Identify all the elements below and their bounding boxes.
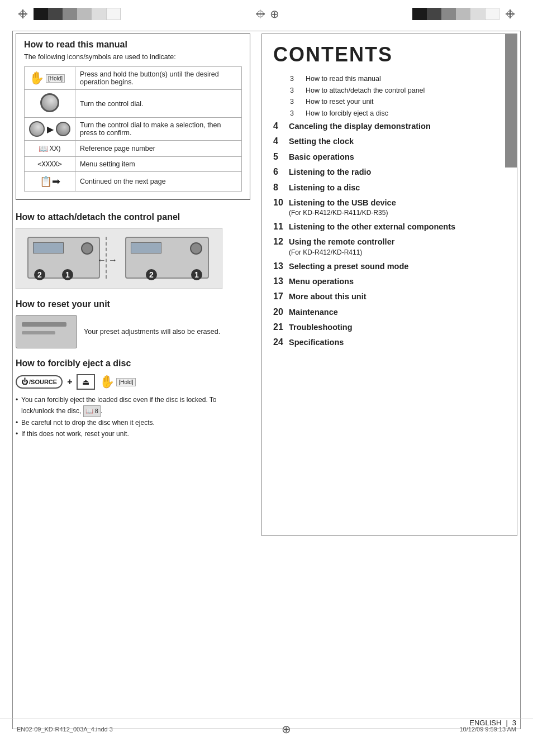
page-number: 6 [273,166,289,178]
item-text: More about this unit [289,291,506,302]
stereo-screen-right [131,242,161,253]
list-item: 20 Maintenance [273,306,506,318]
reset-slot-2 [22,331,55,334]
color-bars-left [34,8,121,20]
reset-slot-1 [22,322,66,327]
page-number: 4 [273,135,289,147]
item-text: How to read this manual [306,74,506,84]
stereo-unit-left: 2 1 [27,237,100,279]
bottom-bar: EN02-09_KD-R412_003A_4.indd 3 ⊕ 10/12/09… [0,719,533,739]
arrow-right-icon: → [108,255,117,265]
list-item: 3 How to forcibly eject a disc [290,109,506,119]
dial-icon-cell [25,90,75,118]
dial-description: Turn the control dial. [75,90,242,118]
inline-ref-icon: 📖 8 [83,405,101,417]
badge-1-left: 1 [62,269,73,280]
menu-angle-brackets: <XXXX> [37,160,61,168]
list-item: 10 Listening to the USB device (For KD-R… [273,197,506,218]
hold-icon-cell: ✋ [Hold] [25,67,75,90]
manual-table: ✋ [Hold] Press and hold the button(s) un… [24,66,242,192]
page-number: 3 [290,109,306,119]
item-text: Listening to the other external componen… [289,221,506,232]
hold-label: [Hold] [46,74,65,83]
color-bars-right [412,8,499,20]
dial-press-description: Turn the control dial to make a selectio… [75,118,242,141]
arrow-icon: ▶ [47,124,54,135]
item-text: Canceling the display demonstration [289,121,506,132]
reg-mark-center [254,8,266,20]
continued-icon-cell: 📋➡ [25,172,75,192]
top-registration-bar: ⊕ [0,0,533,28]
reg-mark-tr [504,8,516,20]
eject-bullets: You can forcibly eject the loaded disc e… [16,394,250,440]
item-subtext: (For KD-R412/KD-R411/KD-R35) [289,208,506,218]
right-accent-bar [505,34,517,168]
list-item: 24 Specifications [273,336,506,348]
compass-symbol-center: ⊕ [270,7,279,21]
badge-1-right: 1 [191,269,202,280]
list-item: 13 Menu operations [273,275,506,288]
contents-list: 3 How to read this manual 3 How to attac… [273,74,506,349]
continued-icon: 📋➡ [40,176,60,187]
list-item: 6 Listening to the radio [273,166,506,178]
stereo-screen-left [33,242,64,253]
item-text: How to reset your unit [306,97,506,107]
hold-label-eject: [Hold] [116,378,135,386]
arrow-left-icon: ← [97,255,106,265]
hold-icon: ✋ [Hold] [29,71,70,85]
item-text: Using the remote controller (For KD-R412… [289,236,506,257]
file-info: EN02-09_KD-R412_003A_4.indd 3 [17,726,113,733]
stereo-knob-left [81,242,93,255]
page-number: 8 [273,181,289,194]
book-icon: 📖 [39,144,48,153]
badge-2-right: 2 [146,269,157,280]
item-text: Listening to the radio [289,166,506,178]
item-text: Specifications [289,337,506,348]
reset-section: How to reset your unit Your preset adjus… [16,299,250,348]
reset-diagram: Your preset adjustments will also be era… [16,315,250,348]
item-text: Setting the clock [289,136,506,147]
plus-sign: + [67,377,72,387]
hold-description: Press and hold the button(s) until the d… [75,67,242,90]
table-row: 📖 XX) Reference page number [25,141,242,157]
manual-box: How to read this manual The following ic… [16,34,250,200]
panel-diagram: 2 1 ← → 2 1 [16,228,222,289]
page-number: 11 [273,221,289,233]
reset-image [16,315,77,348]
page-number: 13 [273,260,289,272]
table-row: ✋ [Hold] Press and hold the button(s) un… [25,67,242,90]
left-column: How to read this manual The following ic… [16,34,250,536]
contents-title: CONTENTS [273,43,506,66]
reg-mark-tl [17,8,29,20]
page-number: 17 [273,290,289,303]
list-item: 17 More about this unit [273,290,506,303]
list-item: 4 Setting the clock [273,135,506,147]
item-text: How to attach/detach the control panel [306,86,506,96]
reset-heading: How to reset your unit [16,299,250,309]
item-text: Menu operations [289,276,506,287]
item-text: Troubleshooting [289,322,506,333]
page-number: 21 [273,321,289,333]
hand-icon: ✋ [29,71,44,85]
main-layout: How to read this manual The following ic… [0,28,533,536]
dial-press-icon-cell: ▶ [25,118,75,141]
item-text: How to forcibly eject a disc [306,109,506,119]
ref-icon-cell: 📖 XX) [25,141,75,157]
table-row: Turn the control dial. [25,90,242,118]
dial-arrow-row: ▶ [29,121,70,137]
stereo-knob-right [190,242,202,255]
hold-icon-wrap: ✋ [Hold] [99,375,135,389]
source-button-icon: ⏻/SOURCE [16,375,63,389]
item-text: Listening to the USB device (For KD-R412… [289,197,506,218]
eject-bullet-1: You can forcibly eject the loaded disc e… [16,394,250,417]
eject-button-icon: ⏏ [77,374,95,390]
item-text: Maintenance [289,307,506,318]
badge-2-left: 2 [34,269,45,280]
language-label: ENGLISH [469,719,501,727]
menu-icon-cell: <XXXX> [25,157,75,172]
list-item: 12 Using the remote controller (For KD-R… [273,236,506,257]
table-row: ▶ Turn the control dial to make a select… [25,118,242,141]
eject-heading: How to forcibly eject a disc [16,358,250,369]
reset-description: Your preset adjustments will also be era… [84,327,220,337]
page-number: 12 [273,236,289,248]
